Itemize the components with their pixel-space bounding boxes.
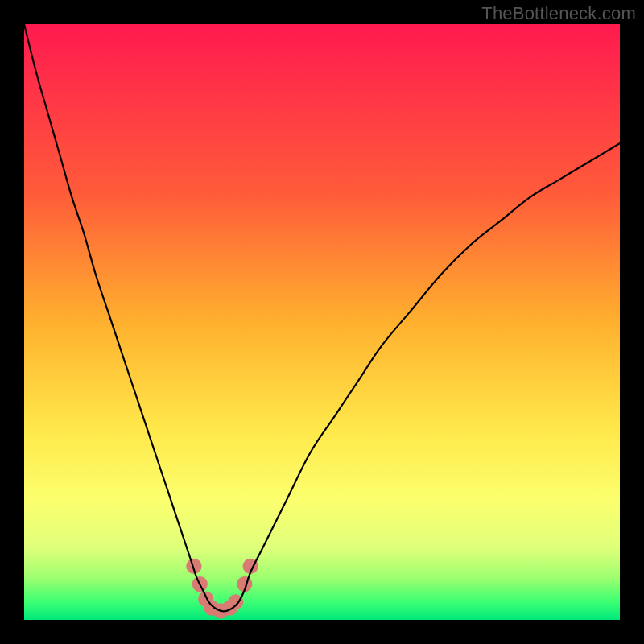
bottleneck-chart bbox=[0, 0, 644, 644]
plot-background bbox=[24, 24, 620, 620]
chart-frame: TheBottleneck.com bbox=[0, 0, 644, 644]
watermark-text: TheBottleneck.com bbox=[481, 3, 636, 24]
